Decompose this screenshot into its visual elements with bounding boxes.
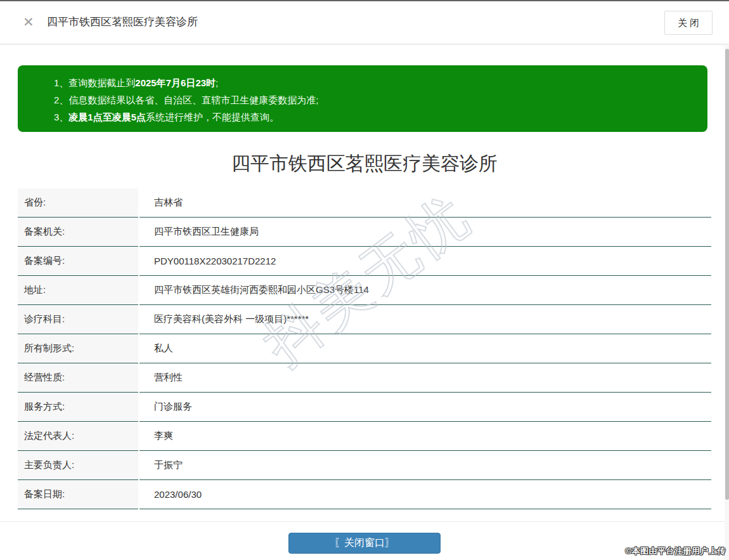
page-title: 四平市铁西区茗熙医疗美容诊所	[0, 151, 729, 177]
notice-number: 3、	[54, 112, 68, 122]
table-row: 所有制形式:私人	[18, 334, 711, 363]
row-label: 备案编号:	[18, 247, 138, 276]
row-value: 李爽	[139, 422, 711, 451]
table-row: 备案编号:PDY00118X22030217D2212	[18, 247, 711, 276]
row-value: PDY00118X22030217D2212	[139, 247, 711, 276]
notice-banner: 1、查询数据截止到2025年7月6日23时; 2、信息数据结果以各省、自治区、直…	[18, 65, 707, 132]
notice-text: 查询数据截止到	[68, 77, 135, 88]
row-label: 所有制形式:	[18, 334, 138, 363]
table-row: 省份:吉林省	[18, 188, 711, 218]
notice-line: 2、信息数据结果以各省、自治区、直辖市卫生健康委数据为准;	[54, 91, 695, 108]
row-value: 私人	[139, 334, 711, 363]
row-value: 于振宁	[139, 451, 711, 480]
close-window-button[interactable]: 〖关闭窗口〗	[288, 533, 441, 554]
table-row: 诊疗科目:医疗美容科(美容外科 一级项目)******	[18, 305, 711, 334]
row-value: 四平市铁西区卫生健康局	[139, 218, 711, 247]
table-row: 备案机关:四平市铁西区卫生健康局	[18, 218, 711, 247]
row-label: 法定代表人:	[18, 422, 138, 451]
table-row: 经营性质:营利性	[18, 363, 711, 393]
notice-text: ;	[216, 77, 218, 88]
modal-header: ✕ 四平市铁西区茗熙医疗美容诊所 关 闭	[0, 0, 729, 44]
close-button[interactable]: 关 闭	[664, 11, 713, 35]
notice-bold-text: 2025年7月6日23时	[135, 77, 216, 88]
window-top-edge	[0, 0, 729, 1]
copyright-watermark: ©本图由平台注册用户上传	[625, 545, 726, 557]
row-label: 备案日期:	[18, 480, 138, 509]
row-label: 地址:	[18, 276, 138, 305]
notice-text: 信息数据结果以各省、自治区、直辖市卫生健康委数据为准;	[68, 94, 318, 105]
notice-bold-text: 凌晨1点至凌晨5点	[68, 112, 146, 122]
notice-line: 3、凌晨1点至凌晨5点系统进行维护，不能提供查询。	[54, 108, 695, 126]
row-value: 医疗美容科(美容外科 一级项目)******	[139, 305, 711, 334]
row-value: 四平市铁西区英雄街河西委熙和园小区GS3号楼114	[139, 276, 711, 305]
table-row: 地址:四平市铁西区英雄街河西委熙和园小区GS3号楼114	[18, 276, 711, 305]
notice-number: 1、	[54, 77, 68, 88]
close-icon[interactable]: ✕	[23, 15, 34, 29]
row-label: 诊疗科目:	[18, 305, 138, 334]
row-label: 经营性质:	[18, 363, 138, 393]
row-value: 吉林省	[139, 188, 711, 218]
scrollbar[interactable]	[725, 46, 729, 560]
row-value: 门诊服务	[139, 393, 711, 422]
notice-text: 系统进行维护，不能提供查询。	[146, 112, 279, 122]
row-label: 备案机关:	[18, 218, 138, 247]
footer-divider	[0, 521, 729, 522]
window-title: 四平市铁西区茗熙医疗美容诊所	[47, 0, 198, 44]
table-row: 法定代表人:李爽	[18, 422, 711, 451]
table-row: 主要负责人:于振宁	[18, 451, 711, 480]
notice-line: 1、查询数据截止到2025年7月6日23时;	[54, 74, 695, 91]
row-label: 省份:	[18, 188, 138, 218]
table-row: 备案日期:2023/06/30	[18, 480, 711, 509]
row-value: 营利性	[139, 363, 711, 393]
row-label: 主要负责人:	[18, 451, 138, 480]
detail-table: 省份:吉林省 备案机关:四平市铁西区卫生健康局 备案编号:PDY00118X22…	[18, 188, 711, 509]
notice-number: 2、	[54, 94, 68, 105]
table-row: 服务方式:门诊服务	[18, 393, 711, 422]
scrollbar-thumb[interactable]	[725, 49, 729, 500]
row-label: 服务方式:	[18, 393, 138, 422]
row-value: 2023/06/30	[139, 480, 711, 509]
